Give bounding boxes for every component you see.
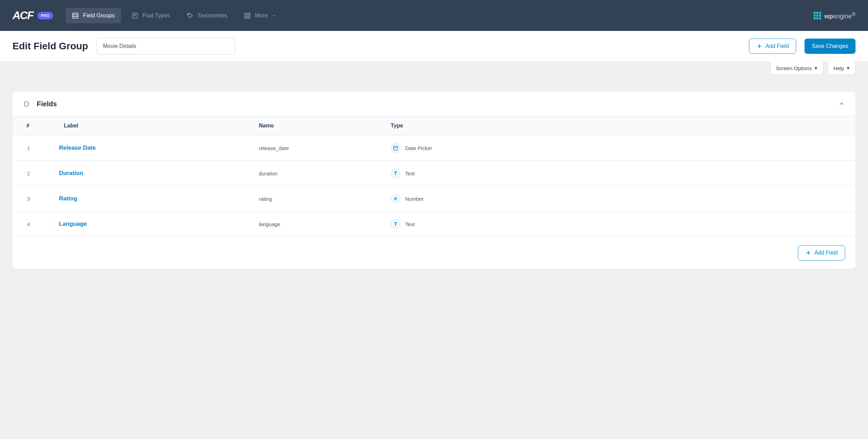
wpengine-suffix: engine [833, 13, 852, 20]
svg-rect-11 [814, 12, 816, 14]
add-field-footer-label: Add Field [814, 250, 838, 256]
triangle-down-icon: ▾ [815, 65, 817, 71]
svg-rect-8 [248, 13, 250, 15]
plus-icon [756, 43, 763, 49]
field-num: 2 [12, 171, 44, 176]
svg-rect-15 [816, 15, 818, 17]
wpengine-prefix: wp [824, 13, 833, 20]
svg-rect-19 [819, 17, 821, 19]
field-row: 1 Release Date release_date Date Picker [12, 135, 856, 161]
field-type-label: Number [405, 196, 424, 202]
field-num: 1 [12, 145, 44, 151]
svg-rect-18 [816, 17, 818, 19]
field-num: 3 [12, 196, 44, 202]
field-type-label: Date Picker [405, 145, 432, 151]
svg-rect-13 [819, 12, 821, 14]
field-num: 4 [12, 221, 44, 227]
field-label-link[interactable]: Duration [59, 170, 83, 177]
header-row: Edit Field Group Add Field Save Changes [0, 31, 868, 62]
nav-more-label: More [255, 13, 267, 19]
nav-post-types-label: Post Types [143, 13, 170, 19]
field-row: 3 Rating rating # Number [12, 186, 856, 212]
field-type: T Text [391, 168, 856, 178]
wpengine-brand: wpengine® [813, 11, 856, 20]
layout-icon [72, 12, 79, 19]
screen-options-label: Screen Options [776, 65, 812, 71]
field-name: release_date [259, 145, 391, 151]
nav-taxonomies[interactable]: Taxonomies [180, 8, 233, 23]
svg-rect-14 [814, 15, 816, 17]
svg-rect-12 [816, 12, 818, 14]
field-label-link[interactable]: Language [59, 221, 87, 227]
file-icon [131, 12, 138, 19]
col-num-header: # [12, 123, 44, 129]
table-head: # Label Name Type [12, 116, 856, 135]
nav-field-groups[interactable]: Field Groups [66, 8, 121, 23]
panel-title: Fields [37, 100, 57, 108]
svg-rect-10 [248, 16, 250, 18]
col-type-header: Type [391, 123, 856, 129]
nav-field-groups-label: Field Groups [83, 13, 115, 19]
svg-rect-7 [245, 13, 247, 15]
field-row: 2 Duration duration T Text [12, 161, 856, 186]
wpengine-icon [813, 11, 822, 20]
svg-rect-16 [819, 15, 821, 17]
chevron-down-icon[interactable] [44, 171, 51, 176]
svg-rect-0 [73, 13, 78, 18]
field-type: Date Picker [391, 143, 856, 153]
col-name-header: Name [259, 123, 391, 129]
nav-more[interactable]: More [238, 8, 283, 23]
add-field-footer-button[interactable]: Add Field [798, 245, 845, 260]
svg-rect-22 [393, 146, 398, 150]
options-row: Screen Options ▾ Help ▾ [0, 61, 868, 75]
nav-post-types[interactable]: Post Types [125, 8, 176, 23]
add-field-label: Add Field [765, 43, 789, 49]
plus-icon [805, 250, 811, 256]
field-row: 4 Language language T Text [12, 212, 856, 237]
svg-point-6 [188, 14, 189, 15]
field-type-label: Text [405, 221, 415, 227]
nav-items: Field Groups Post Types Taxonomies More [66, 8, 283, 23]
field-name: duration [259, 171, 391, 176]
puzzle-icon [23, 99, 32, 108]
field-name: language [259, 221, 391, 227]
help-label: Help [833, 65, 844, 71]
panel-head: Fields [12, 92, 856, 116]
col-label-header: Label [44, 123, 259, 129]
field-type: T Text [391, 219, 856, 229]
field-name: rating [259, 196, 391, 202]
chevron-down-icon[interactable] [44, 196, 51, 201]
chevron-down-icon[interactable] [44, 221, 51, 227]
tag-icon [187, 12, 194, 19]
svg-rect-17 [814, 17, 816, 19]
svg-rect-9 [245, 16, 247, 18]
page-title: Edit Field Group [12, 41, 88, 52]
acf-logo: ACF [12, 9, 33, 22]
add-field-button[interactable]: Add Field [749, 39, 796, 54]
chevron-up-icon[interactable] [838, 100, 845, 107]
field-type: # Number [391, 194, 856, 204]
fields-panel: Fields # Label Name Type 1 Release Date … [12, 92, 856, 269]
topbar: ACF PRO Field Groups Post Types Taxonomi… [0, 0, 868, 31]
field-label-link[interactable]: Release Date [59, 144, 96, 151]
help-button[interactable]: Help ▾ [827, 61, 856, 75]
triangle-down-icon: ▾ [847, 65, 850, 71]
group-name-input[interactable] [96, 38, 235, 55]
type-icon: T [391, 219, 400, 229]
nav-taxonomies-label: Taxonomies [198, 13, 227, 19]
screen-options-button[interactable]: Screen Options ▾ [770, 61, 823, 75]
chevron-down-icon [272, 13, 276, 18]
panel-footer: Add Field [12, 237, 856, 269]
chevron-down-icon[interactable] [44, 145, 51, 151]
save-changes-button[interactable]: Save Changes [805, 39, 856, 54]
field-label-link[interactable]: Rating [59, 195, 77, 202]
save-changes-label: Save Changes [812, 43, 848, 49]
type-icon: T [391, 168, 400, 178]
logo-group: ACF PRO [12, 9, 53, 22]
field-type-label: Text [405, 171, 415, 176]
grid-icon [244, 12, 251, 19]
type-icon [391, 143, 400, 153]
type-icon: # [391, 194, 400, 204]
pro-badge: PRO [37, 12, 53, 19]
